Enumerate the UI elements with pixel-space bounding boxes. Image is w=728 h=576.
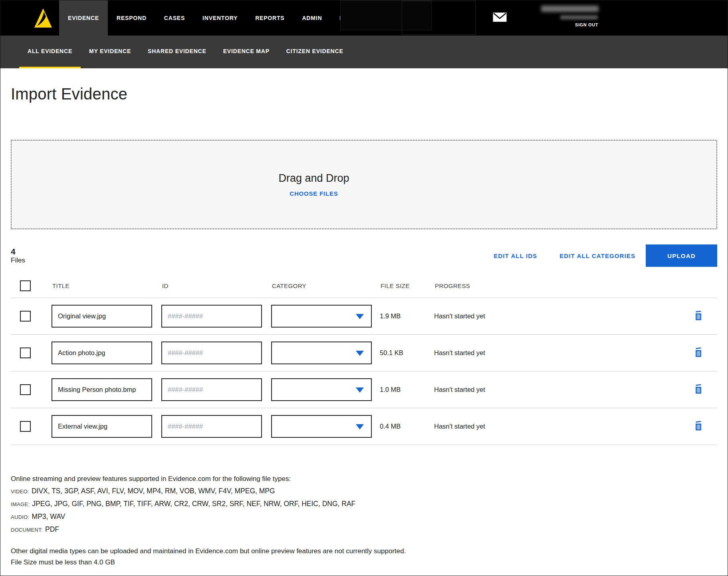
category-select[interactable] [271, 305, 372, 328]
trash-icon [694, 384, 702, 394]
id-input[interactable] [161, 342, 262, 364]
messages-button[interactable] [493, 12, 507, 24]
delete-file-button[interactable] [694, 310, 703, 322]
tab-evidence-map[interactable]: EVIDENCE MAP [215, 36, 278, 68]
trash-icon [694, 311, 702, 320]
title-input[interactable] [52, 305, 152, 328]
redacted-user-name [541, 6, 599, 12]
progress-status: Hasn't started yet [434, 349, 679, 357]
tab-shared-evidence[interactable]: SHARED EVIDENCE [139, 36, 215, 68]
upload-controls-row: 4 Files EDIT ALL IDS EDIT ALL CATEGORIES… [11, 244, 717, 268]
envelope-icon [493, 12, 507, 22]
dropzone-label: Drag and Drop [278, 172, 349, 185]
table-row: 1.0 MB Hasn't started yet [11, 371, 717, 408]
file-count-label: Files [11, 256, 25, 264]
page-title: Import Evidence [11, 85, 717, 103]
file-size-value: 1.0 MB [380, 386, 434, 393]
dropzone-content: Drag and Drop CHOOSE FILES [12, 141, 616, 228]
edit-all-categories-link[interactable]: EDIT ALL CATEGORIES [559, 252, 635, 259]
image-label: IMAGE: [11, 501, 30, 507]
id-input[interactable] [161, 305, 262, 328]
id-input[interactable] [161, 415, 262, 438]
other-media-note: Other digital media types can be uploade… [11, 546, 717, 557]
delete-file-button[interactable] [694, 383, 703, 396]
audio-types-list: MP3, WAV [32, 512, 65, 520]
image-types-line: IMAGE:JPEG, JPG, GIF, PNG, BMP, TIF, TIF… [11, 498, 717, 510]
audio-types-line: AUDIO:MP3, WAV [11, 510, 717, 523]
main-content: Import Evidence Drag and Drop CHOOSE FIL… [0, 85, 728, 576]
axon-logo[interactable] [0, 0, 59, 36]
video-types-list: DIVX, TS, 3GP, ASF, AVI, FLV, MOV, MP4, … [32, 487, 275, 495]
user-account-area: SIGN OUT [539, 0, 599, 36]
document-types-list: PDF [45, 525, 59, 533]
file-count-number: 4 [11, 246, 25, 256]
file-size-value: 50.1 KB [380, 349, 434, 357]
primary-nav: EVIDENCE RESPOND CASES INVENTORY REPORTS… [59, 0, 365, 36]
column-header-category: CATEGORY [272, 282, 380, 289]
trash-icon [694, 421, 702, 431]
row-checkbox[interactable] [20, 348, 31, 358]
id-input[interactable] [161, 378, 262, 401]
delete-file-button[interactable] [694, 347, 703, 359]
drag-and-drop-zone[interactable]: Drag and Drop CHOOSE FILES [11, 140, 717, 229]
top-nav-bar: EVIDENCE RESPOND CASES INVENTORY REPORTS… [0, 0, 728, 36]
choose-files-link[interactable]: CHOOSE FILES [290, 190, 338, 197]
edit-all-ids-link[interactable]: EDIT ALL IDS [494, 252, 537, 259]
title-input[interactable] [52, 415, 152, 438]
file-table-header: TITLE ID CATEGORY FILE SIZE PROGRESS [11, 274, 717, 298]
column-header-id: ID [162, 282, 271, 289]
column-header-title: TITLE [52, 282, 161, 289]
delete-file-button[interactable] [694, 420, 703, 433]
table-row: 50.1 KB Hasn't started yet [11, 335, 717, 371]
file-size-value: 0.4 MB [380, 423, 434, 430]
column-header-file-size: FILE SIZE [381, 282, 434, 289]
table-row: 1.9 MB Hasn't started yet [11, 298, 717, 335]
row-checkbox[interactable] [20, 384, 31, 395]
progress-status: Hasn't started yet [434, 312, 679, 320]
caret-down-icon [356, 351, 364, 356]
image-types-list: JPEG, JPG, GIF, PNG, BMP, TIF, TIFF, ARW… [32, 500, 355, 508]
audio-label: AUDIO: [11, 514, 30, 520]
category-select[interactable] [271, 342, 372, 364]
nav-item-cases[interactable]: CASES [155, 0, 194, 36]
table-row: 0.4 MB Hasn't started yet [11, 408, 717, 445]
tab-my-evidence[interactable]: MY EVIDENCE [81, 36, 139, 68]
caret-down-icon [356, 387, 364, 393]
video-types-line: VIDEO:DIVX, TS, 3GP, ASF, AVI, FLV, MOV,… [11, 485, 717, 498]
caret-down-icon [356, 314, 364, 319]
file-count: 4 Files [11, 246, 25, 265]
trash-icon [694, 348, 702, 357]
select-all-checkbox[interactable] [20, 280, 31, 291]
supported-file-types-section: Online streaming and preview features su… [11, 473, 717, 576]
video-label: VIDEO: [11, 489, 29, 495]
evidence-sub-nav: ALL EVIDENCE MY EVIDENCE SHARED EVIDENCE… [0, 36, 728, 68]
upload-button[interactable]: UPLOAD [646, 244, 717, 267]
row-checkbox[interactable] [20, 311, 31, 322]
sign-out-link[interactable]: SIGN OUT [575, 22, 598, 27]
document-types-line: DOCUMENT:PDF [11, 523, 717, 536]
nav-item-evidence[interactable]: EVIDENCE [59, 0, 108, 36]
nav-item-reports[interactable]: REPORTS [246, 0, 293, 36]
document-label: DOCUMENT: [11, 527, 43, 533]
file-size-value: 1.9 MB [380, 312, 434, 320]
progress-status: Hasn't started yet [434, 386, 679, 393]
upload-notes: Other digital media types can be uploade… [11, 546, 717, 568]
file-size-limit-note: File Size must be less than 4.0 GB [11, 557, 717, 568]
column-header-progress: PROGRESS [435, 282, 679, 289]
category-select[interactable] [271, 378, 372, 401]
redacted-area-outline [402, 1, 476, 35]
axon-delta-logo-icon [34, 8, 52, 28]
category-select[interactable] [271, 415, 372, 438]
tab-citizen-evidence[interactable]: CITIZEN EVIDENCE [278, 36, 352, 68]
title-input[interactable] [52, 342, 152, 364]
nav-item-admin[interactable]: ADMIN [293, 0, 331, 36]
progress-status: Hasn't started yet [434, 423, 679, 430]
row-checkbox[interactable] [20, 421, 31, 432]
caret-down-icon [356, 424, 364, 429]
nav-item-respond[interactable]: RESPOND [108, 0, 155, 36]
supported-types-intro: Online streaming and preview features su… [11, 473, 717, 485]
tab-all-evidence[interactable]: ALL EVIDENCE [19, 36, 81, 68]
redacted-user-detail [560, 15, 598, 20]
nav-item-inventory[interactable]: INVENTORY [194, 0, 246, 36]
title-input[interactable] [52, 378, 152, 401]
